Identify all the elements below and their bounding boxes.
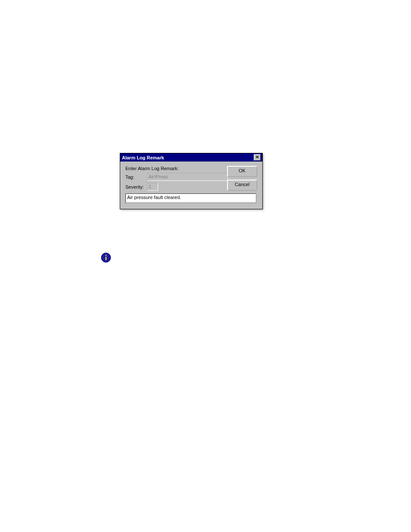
- cancel-button[interactable]: Cancel: [227, 180, 257, 191]
- dialog-body: Enter Alarm Log Remark: Tag: Air\Press S…: [120, 162, 262, 209]
- tag-label: Tag:: [125, 174, 147, 180]
- close-button[interactable]: ✕: [254, 154, 261, 161]
- button-column: OK Cancel: [227, 166, 257, 191]
- close-icon: ✕: [255, 155, 259, 159]
- svg-rect-2: [106, 257, 107, 260]
- alarm-log-remark-dialog: Alarm Log Remark ✕ Enter Alarm Log Remar…: [120, 153, 263, 209]
- tag-field: Air\Press: [147, 173, 228, 181]
- dialog-titlebar: Alarm Log Remark ✕: [120, 153, 262, 162]
- ok-button[interactable]: OK: [227, 166, 257, 177]
- prompt-label: Enter Alarm Log Remark:: [125, 166, 179, 171]
- severity-field: 1: [147, 183, 158, 191]
- svg-point-1: [105, 255, 106, 256]
- severity-label: Severity:: [125, 184, 147, 190]
- dialog-title: Alarm Log Remark: [122, 155, 164, 160]
- remark-input[interactable]: Air pressure fault cleared.: [125, 193, 256, 203]
- info-icon: [101, 252, 111, 263]
